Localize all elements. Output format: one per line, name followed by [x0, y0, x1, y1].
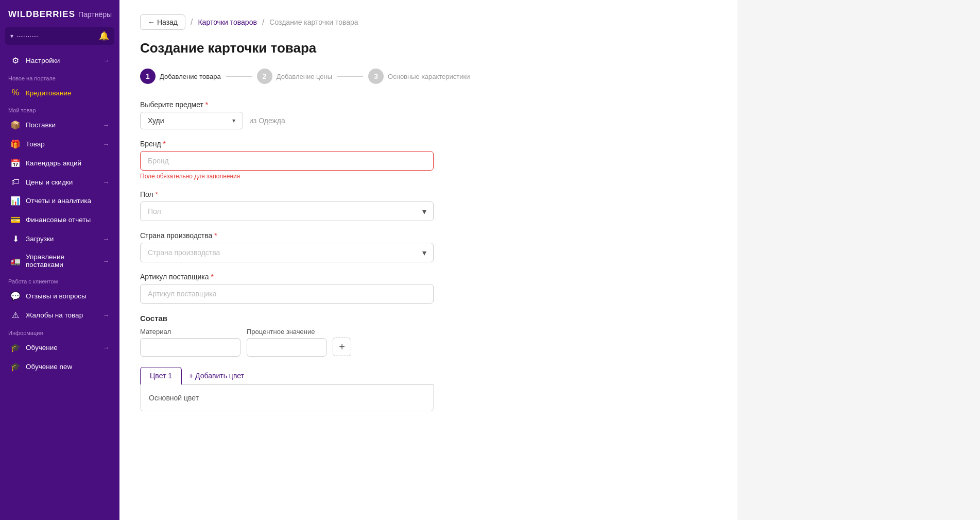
gender-label: Пол *	[140, 190, 717, 198]
country-select-wrapper: Страна производства Россия Китай Турция …	[140, 243, 434, 262]
material-input[interactable]	[140, 338, 240, 357]
brand-label: Бренд *	[140, 140, 717, 148]
color-section: Основной цвет	[140, 385, 434, 411]
section-label-info: Информация	[0, 325, 119, 338]
main-content: ← Назад / Карточки товаров / Создание ка…	[119, 0, 980, 520]
article-group: Артикул поставщика *	[140, 273, 717, 304]
sidebar-item-label: Управление поставками	[26, 253, 102, 269]
sidebar-item-tovar[interactable]: 🎁 Товар →	[2, 135, 117, 154]
breadcrumb-link[interactable]: Карточки товаров	[198, 18, 256, 26]
arrow-icon: →	[102, 121, 109, 129]
main-inner: ← Назад / Карточки товаров / Создание ка…	[119, 0, 737, 520]
step-label-2: Добавление цены	[277, 73, 332, 80]
section-label-moy-tovar: Мой товар	[0, 102, 119, 115]
chevron-down-icon: ▾	[232, 117, 235, 124]
account-name: ············	[16, 32, 39, 40]
article-input[interactable]	[140, 284, 434, 304]
section-label-rabota: Работа с клиентом	[0, 273, 119, 287]
subject-hint: из Одежда	[249, 116, 285, 125]
percent-label: Процентное значение	[247, 328, 326, 336]
step-circle-1: 1	[140, 69, 156, 84]
breadcrumb-current: Создание карточки товара	[269, 18, 358, 26]
arrow-icon: →	[102, 178, 109, 186]
sidebar-item-zagruzki[interactable]: ⬇ Загрузки →	[2, 229, 117, 248]
subject-group: Выберите предмет * Худи ▾ из Одежда	[140, 100, 717, 129]
color-tab-1[interactable]: Цвет 1	[140, 367, 182, 385]
breadcrumb-separator2: /	[262, 18, 264, 27]
subject-label: Выберите предмет *	[140, 100, 717, 109]
arrow-icon: →	[102, 344, 109, 351]
country-group: Страна производства * Страна производств…	[140, 231, 717, 262]
calendar-icon: 📅	[10, 158, 21, 168]
percent-icon: %	[10, 88, 21, 97]
sidebar-item-obuchenie-new[interactable]: 🎓 Обучение new	[2, 357, 117, 376]
composition-row: Материал Процентное значение +	[140, 328, 434, 357]
breadcrumb-separator: /	[191, 18, 193, 27]
sidebar-item-label: Настройки	[26, 57, 60, 64]
brand-error: Поле обязательно для заполнения	[140, 173, 717, 180]
settings-icon: ⚙	[10, 56, 21, 65]
bell-icon[interactable]: 🔔	[99, 31, 109, 41]
card-icon: 💳	[10, 215, 21, 225]
required-star: *	[163, 140, 166, 148]
step-1: 1 Добавление товара	[140, 69, 221, 84]
required-star: *	[211, 273, 213, 281]
step-circle-2: 2	[257, 69, 272, 84]
composition-group: Состав Материал Процентное значение +	[140, 314, 717, 357]
back-button[interactable]: ← Назад	[140, 14, 185, 30]
sidebar-item-label: Календарь акций	[26, 159, 81, 167]
step-connector-2	[337, 76, 363, 77]
truck-icon: 🚛	[10, 256, 21, 266]
add-composition-row-button[interactable]: +	[333, 338, 351, 356]
material-label: Материал	[140, 328, 240, 336]
subject-row: Худи ▾ из Одежда	[140, 112, 717, 129]
sidebar-item-kreditovanie[interactable]: % Кредитование	[2, 83, 117, 102]
chat-icon: 💬	[10, 291, 21, 301]
required-star: *	[205, 100, 208, 109]
section-label-novoe: Новое на портале	[0, 70, 119, 83]
step-2: 2 Добавление цены	[257, 69, 332, 84]
gender-select[interactable]: Пол Мужской Женский Унисекс	[140, 202, 434, 221]
country-select[interactable]: Страна производства Россия Китай Турция	[140, 243, 434, 262]
gift-icon: 🎁	[10, 139, 21, 149]
arrow-icon: →	[102, 140, 109, 148]
brand-input[interactable]	[140, 151, 434, 171]
sidebar-item-obuchenie[interactable]: 🎓 Обучение →	[2, 338, 117, 357]
arrow-icon: →	[102, 257, 109, 265]
breadcrumb: ← Назад / Карточки товаров / Создание ка…	[140, 14, 717, 30]
arrow-icon: →	[102, 235, 109, 243]
sidebar-item-label: Жалобы на товар	[26, 311, 83, 319]
step-3: 3 Основные характеристики	[368, 69, 470, 84]
subject-select[interactable]: Худи ▾	[140, 112, 243, 129]
sidebar-item-zhaloby[interactable]: ⚠ Жалобы на товар →	[2, 306, 117, 325]
add-color-button[interactable]: + Добавить цвет	[182, 367, 251, 384]
gender-select-wrapper: Пол Мужской Женский Унисекс ▾	[140, 202, 434, 221]
box-icon: 📦	[10, 120, 21, 130]
step-label-1: Добавление товара	[160, 73, 221, 80]
subject-value: Худи	[148, 116, 164, 125]
article-label: Артикул поставщика *	[140, 273, 717, 281]
percent-input[interactable]	[247, 338, 326, 357]
logo-partners: Партнёры	[78, 10, 112, 19]
sidebar-item-postavki[interactable]: 📦 Поставки →	[2, 115, 117, 135]
sidebar-item-nastroyki[interactable]: ⚙ Настройки →	[2, 51, 117, 70]
sidebar-item-label: Цены и скидки	[26, 178, 73, 186]
sidebar-item-otchety[interactable]: 📊 Отчеты и аналитика	[2, 191, 117, 210]
logo-wb: WILDBERRIES	[8, 9, 75, 20]
arrow-icon: →	[102, 311, 109, 319]
color-tabs: Цвет 1 + Добавить цвет	[140, 367, 434, 385]
sidebar-item-ceny[interactable]: 🏷 Цены и скидки →	[2, 173, 117, 191]
sidebar-item-kalendar[interactable]: 📅 Календарь акций	[2, 154, 117, 173]
download-icon: ⬇	[10, 234, 21, 244]
graduation-new-icon: 🎓	[10, 362, 21, 372]
sidebar-item-otzyvy[interactable]: 💬 Отзывы и вопросы	[2, 287, 117, 306]
color-group: Цвет 1 + Добавить цвет Основной цвет	[140, 367, 717, 411]
step-connector-1	[226, 76, 252, 77]
page-title: Создание карточки товара	[140, 40, 717, 56]
step-label-3: Основные характеристики	[388, 73, 470, 80]
sidebar-account[interactable]: ▾ ············ 🔔	[5, 27, 114, 45]
sidebar-item-finansy[interactable]: 💳 Финансовые отчеты	[2, 210, 117, 229]
sidebar-item-upravlenie[interactable]: 🚛 Управление поставками →	[2, 248, 117, 273]
warning-icon: ⚠	[10, 310, 21, 320]
sidebar-item-label: Поставки	[26, 121, 56, 129]
